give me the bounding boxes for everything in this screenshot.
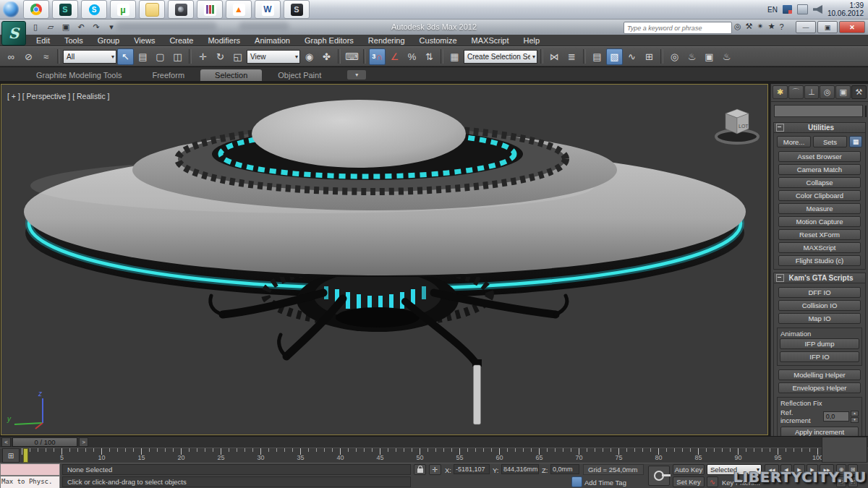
application-menu-button[interactable]: S — [1, 21, 26, 46]
hierarchy-tab-icon[interactable]: ⊥ — [804, 85, 820, 99]
search-input[interactable] — [624, 25, 731, 32]
favorites-icon[interactable]: ★ — [768, 22, 775, 31]
select-and-move-icon[interactable]: ✛ — [195, 48, 211, 65]
menu-item[interactable]: Views — [127, 36, 162, 45]
selection-lock-toggle[interactable] — [414, 464, 426, 475]
menu-item[interactable]: Create — [162, 36, 200, 45]
keyboard-shortcut-override-icon[interactable]: ⌨ — [344, 48, 360, 65]
menu-item[interactable]: Tools — [57, 36, 90, 45]
select-and-link-icon[interactable]: ∞ — [3, 48, 20, 65]
add-time-tag[interactable]: Add Time Tag — [584, 479, 626, 487]
time-tag-icon[interactable] — [571, 476, 582, 487]
more-utilities-button[interactable]: More... — [777, 136, 811, 147]
menu-item[interactable]: Group — [90, 36, 127, 45]
snaps-toggle-icon[interactable]: 3∩ — [369, 48, 386, 65]
graphite-ribbon-toggle-icon[interactable]: ▧ — [606, 48, 623, 65]
menu-item[interactable]: Rendering — [361, 36, 412, 45]
named-selection-set-dropdown[interactable]: Create Selection Set — [464, 50, 537, 64]
reference-coordinate-dropdown[interactable]: View — [247, 50, 300, 64]
utility-button[interactable]: Motion Capture — [778, 216, 861, 227]
utility-button[interactable]: Asset Browser — [778, 151, 861, 162]
rendered-frame-window-icon[interactable]: ▣ — [701, 48, 718, 65]
taskbar-app-winrar[interactable] — [197, 0, 223, 19]
schematic-view-icon[interactable]: ⊞ — [641, 48, 658, 65]
save-file-button[interactable]: ▣ — [59, 21, 72, 33]
window-crossing-icon[interactable]: ◫ — [169, 48, 186, 65]
render-setup-icon[interactable]: ♨ — [684, 48, 700, 65]
utility-button[interactable]: MAXScript — [778, 242, 861, 253]
select-by-name-icon[interactable]: ▤ — [135, 48, 151, 65]
menu-item[interactable]: Edit — [29, 36, 57, 45]
utilities-tab-icon[interactable]: ⚒ — [851, 85, 867, 99]
create-tab-icon[interactable]: ✱ — [773, 85, 788, 99]
mini-curve-editor-button[interactable]: ⊞ — [2, 448, 20, 463]
kams-rollout-header[interactable]: Kam's GTA Scripts — [774, 273, 865, 283]
tab-selection[interactable]: Selection — [200, 69, 262, 81]
search-icon[interactable]: ◎ — [734, 22, 741, 31]
object-name-field[interactable] — [774, 105, 863, 117]
select-and-scale-icon[interactable]: ◱ — [229, 48, 246, 65]
ref-increment-field[interactable]: 0,0 — [823, 411, 849, 421]
open-file-button[interactable]: ▱ — [44, 21, 57, 33]
layer-manager-icon[interactable]: ▤ — [589, 48, 605, 65]
select-and-manipulate-icon[interactable]: ✤ — [318, 48, 335, 65]
z-coordinate-field[interactable]: 0,0mm — [550, 464, 579, 474]
utility-button[interactable]: Color Clipboard — [778, 190, 861, 201]
helper-button[interactable]: Modelling Helper — [778, 369, 861, 380]
spinner-snap-icon[interactable]: ⇅ — [421, 48, 438, 65]
action-center-flag-icon[interactable] — [783, 5, 792, 14]
taskbar-app-utorrent[interactable]: µ — [110, 0, 136, 19]
absolute-mode-transform-toggle[interactable]: ✛ — [429, 464, 441, 475]
helper-button[interactable]: Envelopes Helper — [778, 382, 861, 393]
render-production-icon[interactable]: ♨ — [718, 48, 735, 65]
bind-to-spacewarp-icon[interactable]: ≈ — [38, 48, 54, 65]
tab-graphite-modeling-tools[interactable]: Graphite Modeling Tools — [22, 69, 136, 81]
communication-center-icon[interactable]: ✴ — [757, 22, 763, 31]
mirror-icon[interactable]: ⋈ — [546, 48, 563, 65]
subscription-icon[interactable]: ⚒ — [746, 22, 753, 31]
modify-tab-icon[interactable]: ⌒ — [788, 85, 804, 99]
taskbar-app-camera[interactable] — [168, 0, 194, 19]
taskbar-app-chrome[interactable] — [23, 0, 49, 19]
utility-button[interactable]: Measure — [778, 203, 861, 214]
tab-freeform[interactable]: Freeform — [137, 69, 199, 81]
utility-sets-button[interactable]: Sets — [813, 136, 847, 147]
redo-button[interactable]: ↷ — [90, 21, 103, 33]
animation-button[interactable]: IFP IO — [780, 351, 859, 362]
new-scene-button[interactable]: ▯ — [29, 21, 42, 33]
next-frame-arrow[interactable]: > — [79, 437, 88, 447]
utilities-rollout-header[interactable]: Utilities — [774, 123, 865, 133]
menu-item[interactable]: MAXScript — [464, 36, 516, 45]
tray-language[interactable]: EN — [767, 6, 778, 14]
taskbar-app-folder[interactable] — [139, 0, 165, 19]
track-bar[interactable]: 5101520253035404550556065707580859095100 — [0, 448, 868, 463]
time-slider[interactable]: 0 / 100 — [12, 437, 77, 447]
object-color-swatch[interactable] — [865, 106, 867, 117]
undo-button[interactable]: ↶ — [75, 21, 88, 33]
spinner-down-icon[interactable]: ▾ — [851, 417, 859, 423]
perspective-viewport[interactable]: LOT y z [ + ] [ Perspective ] [ Realisti… — [1, 84, 768, 435]
ribbon-overflow-button[interactable]: ▾ — [347, 70, 366, 80]
kams-script-button[interactable]: Collision IO — [778, 300, 861, 311]
material-editor-icon[interactable]: ◎ — [666, 48, 683, 65]
animation-button[interactable]: IFP dump — [780, 338, 859, 349]
maxscript-mini-listener-white[interactable]: Max to Physc. — [0, 476, 60, 488]
unlink-selection-icon[interactable]: ⊘ — [20, 48, 37, 65]
libertycity-watermark[interactable]: LibertyCity.Ru — [733, 468, 867, 486]
help-icon[interactable]: ? — [780, 22, 784, 31]
spinner-up-icon[interactable]: ▴ — [851, 411, 859, 416]
menu-item[interactable]: Modifiers — [200, 36, 247, 45]
current-frame-marker[interactable] — [23, 448, 28, 463]
menu-item[interactable]: Graph Editors — [297, 36, 361, 45]
auto-key-button[interactable]: Auto Key — [673, 464, 705, 475]
viewport-label[interactable]: [ + ] [ Perspective ] [ Realistic ] — [7, 92, 110, 100]
minimize-button[interactable]: — — [796, 21, 816, 33]
y-coordinate-field[interactable]: 844,316mm — [501, 464, 539, 474]
taskbar-app-recorder[interactable]: S — [284, 0, 310, 19]
default-in-out-tangent-button[interactable]: ∿ — [707, 476, 718, 487]
taskbar-app-3dsmax[interactable]: S — [52, 0, 78, 19]
tab-object-paint[interactable]: Object Paint — [263, 69, 336, 81]
align-icon[interactable]: ≣ — [563, 48, 580, 65]
display-tab-icon[interactable]: ▣ — [835, 85, 851, 99]
maxscript-mini-listener-pink[interactable] — [0, 463, 60, 476]
